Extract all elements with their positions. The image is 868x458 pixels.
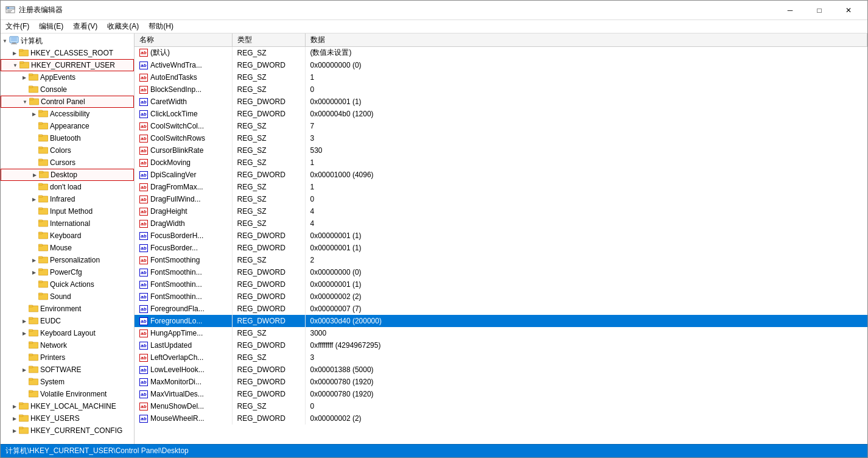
folder-icon [29,340,38,351]
table-row[interactable]: ab CoolSwitchRows REG_SZ 3 [135,132,867,144]
table-row[interactable]: ab DragHeight REG_SZ 4 [135,205,867,217]
tree-node-international[interactable]: International [1,217,134,230]
expand-icon: ▶ [30,194,38,204]
close-button[interactable]: ✕ [835,2,863,19]
tree-node-inputmethod[interactable]: Input Method [1,205,134,217]
reg-type-icon: ab [139,135,148,143]
tree-node-mouse[interactable]: Mouse [1,242,134,254]
svg-rect-20 [38,110,43,112]
menu-file[interactable]: 文件(F) [1,20,34,33]
reg-type-icon: ab [139,256,148,264]
table-row[interactable]: ab CoolSwitchCol... REG_SZ 7 [135,120,867,132]
reg-type-icon: ab [139,220,148,228]
cell-data: 4 [305,217,867,230]
folder-icon [38,267,48,278]
menu-help[interactable]: 帮助(H) [144,20,178,33]
table-row[interactable]: ab LeftOverlapCh... REG_SZ 3 [135,351,867,364]
tree-node-label: Volatile Environment [40,390,107,398]
expand-icon: ▼ [21,97,29,107]
menu-view[interactable]: 查看(V) [68,20,102,33]
table-row[interactable]: ab FontSmoothin... REG_DWORD 0x00000001 … [135,278,867,291]
table-row[interactable]: ab MaxVirtualDes... REG_DWORD 0x00000780… [135,388,867,400]
tree-node-desktop[interactable]: ▶ Desktop [1,169,134,181]
tree-node-appevents[interactable]: ▶ AppEvents [1,71,134,83]
tree-node-hku[interactable]: ▶ HKEY_USERS [1,412,134,425]
table-row[interactable]: ab ActiveWndTra... REG_DWORD 0x00000000 … [135,59,867,71]
table-row[interactable]: ab DragWidth REG_SZ 4 [135,217,867,230]
expand-icon: ▶ [30,267,38,277]
cell-data: 7 [305,120,867,132]
tree-node-cursors[interactable]: Cursors [1,157,134,169]
tree-node-hkcr[interactable]: ▶ HKEY_CLASSES_ROOT [1,47,134,59]
tree-node-dontload[interactable]: don't load [1,181,134,193]
table-row[interactable]: ab AutoEndTasks REG_SZ 1 [135,71,867,83]
expand-icon: ▶ [10,414,19,423]
tree-node-controlpanel[interactable]: ▼ Control Panel [1,96,134,108]
table-row[interactable]: ab FontSmoothing REG_SZ 2 [135,254,867,266]
tree-node-hkcc[interactable]: ▶ HKEY_CURRENT_CONFIG [1,425,134,437]
menu-favorites[interactable]: 收藏夹(A) [102,20,144,33]
reg-type-icon: ab [139,317,148,325]
tree-node-powercfg[interactable]: ▶ PowerCfg [1,266,134,278]
tree-node-printers[interactable]: Printers [1,351,134,364]
table-row[interactable]: ab LowLevelHook... REG_DWORD 0x00001388 … [135,364,867,376]
tree-node-environment[interactable]: Environment [1,303,134,315]
expand-icon: ▶ [30,170,39,180]
table-row[interactable]: ab ClickLockTime REG_DWORD 0x000004b0 (1… [135,108,867,120]
tree-node-infrared[interactable]: ▶ Infrared [1,193,134,205]
table-row[interactable]: ab MaxMonitorDi... REG_DWORD 0x00000780 … [135,376,867,388]
table-row[interactable]: ab FontSmoothin... REG_DWORD 0x00000000 … [135,266,867,278]
tree-node-volatileenv[interactable]: Volatile Environment [1,388,134,400]
minimize-button[interactable]: ─ [776,2,804,19]
tree-node-system[interactable]: System [1,376,134,388]
tree-node-console[interactable]: Console [1,83,134,96]
table-row[interactable]: ab ForegroundFla... REG_DWORD 0x00000007… [135,303,867,315]
table-row[interactable]: ab CursorBlinkRate REG_SZ 530 [135,144,867,157]
table-row[interactable]: ab LastUpdated REG_DWORD 0xffffffff (429… [135,339,867,351]
tree-node-sound[interactable]: Sound [1,291,134,303]
table-row[interactable]: ab ForegroundLo... REG_DWORD 0x00030d40 … [135,315,867,327]
tree-node-hkcu[interactable]: ▼ HKEY_CURRENT_USER [1,59,134,71]
cell-type: REG_DWORD [232,169,305,181]
menu-edit[interactable]: 编辑(E) [34,20,68,33]
tree-node-quickactions[interactable]: Quick Actions [1,278,134,291]
tree-node-keyboardlayout[interactable]: ▶ Keyboard Layout [1,327,134,339]
tree-node-computer[interactable]: ▼ 计算机 [1,35,134,47]
table-row[interactable]: ab DragFromMax... REG_SZ 1 [135,181,867,193]
cell-name: ab CursorBlinkRate [135,144,232,157]
tree-node-accessibility[interactable]: ▶ Accessibility [1,108,134,120]
tree-node-appearance[interactable]: Appearance [1,120,134,132]
cell-name: ab FontSmoothin... [135,291,232,303]
table-row[interactable]: ab CaretWidth REG_DWORD 0x00000001 (1) [135,96,867,108]
reg-type-icon: ab [139,147,148,155]
table-row[interactable]: ab HungAppTime... REG_SZ 3000 [135,327,867,339]
tree-node-network[interactable]: Network [1,339,134,351]
tree-node-bluetooth[interactable]: Bluetooth [1,132,134,144]
expand-icon: ▶ [10,48,19,58]
table-row[interactable]: ab FontSmoothin... REG_DWORD 0x00000002 … [135,291,867,303]
svg-rect-70 [19,415,23,417]
tree-node-colors[interactable]: Colors [1,144,134,157]
table-row[interactable]: ab BlockSendInp... REG_SZ 0 [135,83,867,96]
reg-type-icon: ab [139,183,148,191]
svg-rect-52 [29,305,33,307]
tree-node-keyboard[interactable]: Keyboard [1,230,134,242]
tree-node-hklm[interactable]: ▶ HKEY_LOCAL_MACHINE [1,400,134,412]
reg-type-icon: ab [139,74,148,82]
table-row[interactable]: ab (默认) REG_SZ (数值未设置) [135,47,867,59]
table-row[interactable]: ab FocusBorderH... REG_DWORD 0x00000001 … [135,230,867,242]
cell-type: REG_DWORD [232,376,305,388]
cell-name: ab CaretWidth [135,96,232,108]
table-row[interactable]: ab FocusBorder... REG_DWORD 0x00000001 (… [135,242,867,254]
maximize-button[interactable]: □ [805,2,833,19]
table-row[interactable]: ab MenuShowDel... REG_SZ 0 [135,400,867,412]
tree-node-eudc[interactable]: ▶ EUDC [1,315,134,327]
table-row[interactable]: ab DpiScalingVer REG_DWORD 0x00001000 (4… [135,169,867,181]
expand-icon: ▶ [20,365,29,375]
tree-node-software[interactable]: ▶ SOFTWARE [1,364,134,376]
tree-node-personalization[interactable]: ▶ Personalization [1,254,134,266]
table-row[interactable]: ab DragFullWind... REG_SZ 0 [135,193,867,205]
table-row[interactable]: ab DockMoving REG_SZ 1 [135,157,867,169]
cell-type: REG_SZ [232,120,305,132]
table-row[interactable]: ab MouseWheelR... REG_DWORD 0x00000002 (… [135,412,867,425]
